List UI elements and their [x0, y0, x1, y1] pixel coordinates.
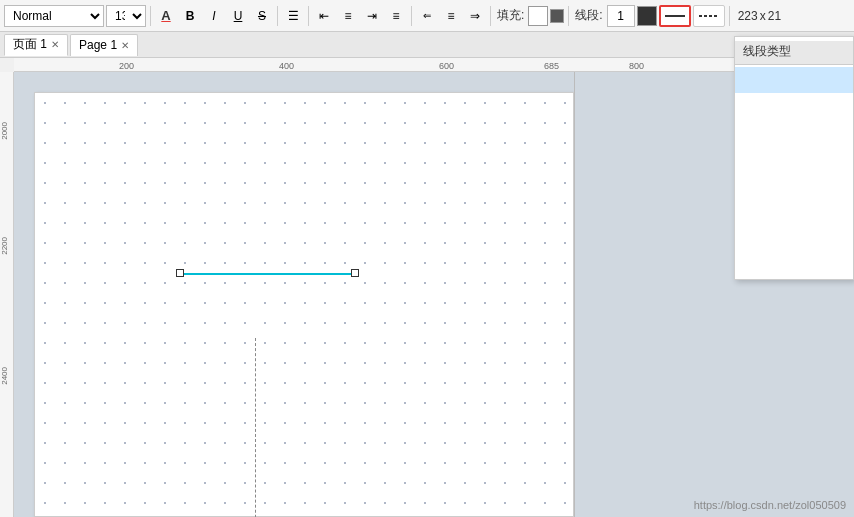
coord-y-value: 21	[768, 9, 781, 23]
tab-page2[interactable]: Page 1 ✕	[70, 34, 138, 56]
align-left-button[interactable]: ⇤	[313, 5, 335, 27]
bold-button[interactable]: B	[179, 5, 201, 27]
line-count-input[interactable]	[607, 5, 635, 27]
sep-2	[277, 6, 278, 26]
align-center-button[interactable]: ≡	[337, 5, 359, 27]
sep-6	[568, 6, 569, 26]
line-preview-dash-dot-dot	[743, 209, 833, 211]
canvas-area[interactable]: 线段类型	[14, 72, 854, 517]
text-right2-button[interactable]: ⇒	[464, 5, 486, 27]
align-right-button[interactable]: ⇥	[361, 5, 383, 27]
tab-page1-close[interactable]: ✕	[51, 39, 59, 50]
page-canvas[interactable]	[34, 92, 574, 517]
line-option-short-dash[interactable]	[735, 145, 853, 171]
font-color-button[interactable]: A	[155, 5, 177, 27]
line-solid-button[interactable]	[659, 5, 691, 27]
line-option-dash-dot[interactable]	[735, 171, 853, 197]
line-preview-dash-dot	[743, 183, 833, 185]
coord-x-label: x	[760, 9, 766, 23]
sep-4	[411, 6, 412, 26]
align-center-icon: ≡	[344, 9, 351, 23]
italic-button[interactable]: I	[203, 5, 225, 27]
line-handle-right[interactable]	[351, 269, 359, 277]
bold-label: B	[186, 9, 195, 23]
ruler-top: 200 400 600 685 800	[14, 58, 854, 72]
text-right2-icon: ⇒	[470, 9, 480, 23]
line-option-dotted[interactable]	[735, 249, 853, 275]
sep-5	[490, 6, 491, 26]
line-option-medium-dash[interactable]	[735, 119, 853, 145]
font-size-select[interactable]: 13	[106, 5, 146, 27]
text-center2-icon: ≡	[447, 9, 454, 23]
text-dir-button[interactable]: ⇐	[416, 5, 438, 27]
line-solid-icon	[665, 11, 685, 21]
ruler-mark-685: 685	[544, 61, 559, 71]
bullets-button[interactable]: ☰	[282, 5, 304, 27]
line-dash-icon	[699, 11, 719, 21]
align-left-icon: ⇤	[319, 9, 329, 23]
toolbar: Normal 13 A B I U S ☰ ⇤ ≡ ⇥ ≡ ⇐ ≡	[0, 0, 854, 32]
line-preview-long-dash	[743, 105, 833, 107]
italic-label: I	[212, 9, 215, 23]
align-justify-icon: ≡	[392, 9, 399, 23]
sep-1	[150, 6, 151, 26]
line-handle-left[interactable]	[176, 269, 184, 277]
coords-display: 223 x 21	[738, 9, 781, 23]
dashed-vertical-line	[255, 338, 256, 517]
main-area: 200 400 600 685 800 200022002400 线段类型	[0, 58, 854, 517]
line-preview-long-dash-dot-dot	[743, 235, 833, 237]
fill-color-box[interactable]	[528, 6, 548, 26]
tab-page1-label: 页面 1	[13, 36, 47, 53]
text-center2-button[interactable]: ≡	[440, 5, 462, 27]
line-preview-solid	[743, 79, 833, 81]
fill-color-box2[interactable]	[550, 9, 564, 23]
underline-label: U	[234, 9, 243, 23]
fill-label: 填充:	[497, 7, 524, 24]
line-label: 线段:	[575, 7, 602, 24]
tabs-bar: 页面 1 ✕ Page 1 ✕	[0, 32, 854, 58]
ruler-mark-400: 400	[279, 61, 294, 71]
underline-button[interactable]: U	[227, 5, 249, 27]
ruler-mark-200: 200	[119, 61, 134, 71]
tab-page2-close[interactable]: ✕	[121, 40, 129, 51]
sep-7	[729, 6, 730, 26]
strikethrough-label: S	[258, 9, 266, 23]
line-option-solid[interactable]	[735, 72, 853, 93]
line-option-long-dash-dot-dot[interactable]	[735, 223, 853, 249]
tab-page1[interactable]: 页面 1 ✕	[4, 34, 68, 56]
text-dir-icon: ⇐	[423, 10, 431, 21]
ruler-v-mark: 2000	[0, 122, 9, 140]
align-right-icon: ⇥	[367, 9, 377, 23]
tab-page2-label: Page 1	[79, 38, 117, 52]
line-type-popup: 线段类型	[734, 72, 854, 280]
sep-3	[308, 6, 309, 26]
strikethrough-button[interactable]: S	[251, 5, 273, 27]
drawn-line[interactable]	[180, 273, 355, 275]
font-color-icon: A	[161, 8, 170, 23]
line-color-box[interactable]	[637, 6, 657, 26]
ruler-v-mark: 2400	[0, 367, 9, 385]
ruler-v-mark: 2200	[0, 237, 9, 255]
line-option-dash-dot-dot[interactable]	[735, 197, 853, 223]
line-preview-dotted	[743, 261, 833, 263]
coord-x-value: 223	[738, 9, 758, 23]
line-option-long-dash[interactable]	[735, 93, 853, 119]
line-preview-medium-dash	[743, 131, 833, 133]
bullets-icon: ☰	[288, 9, 299, 23]
ruler-mark-600: 600	[439, 61, 454, 71]
ruler-left: 200022002400	[0, 72, 14, 517]
watermark: https://blog.csdn.net/zol050509	[694, 499, 846, 511]
align-justify-button[interactable]: ≡	[385, 5, 407, 27]
style-select[interactable]: Normal	[4, 5, 104, 27]
line-dash-button[interactable]	[693, 5, 725, 27]
ruler-mark-800: 800	[629, 61, 644, 71]
line-preview-short-dash	[743, 157, 833, 159]
